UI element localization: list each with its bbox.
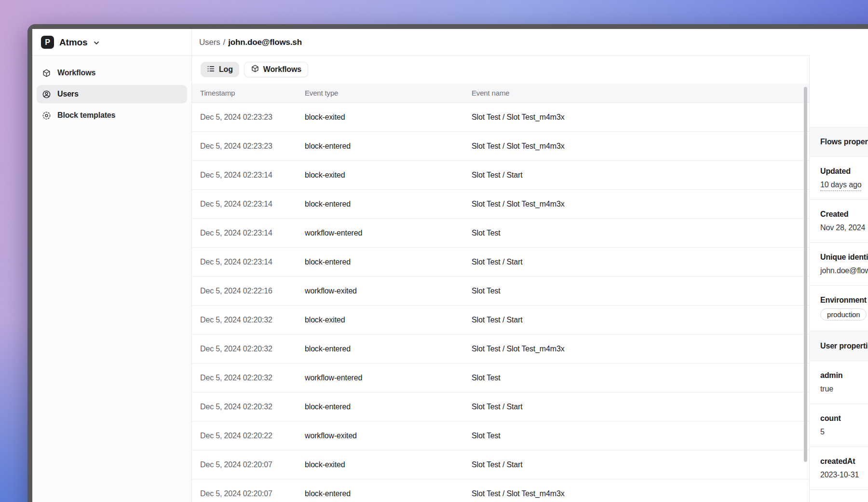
cube-icon	[251, 64, 259, 75]
workspace-logo-letter: P	[45, 38, 50, 47]
property-value: 2023-10-31	[820, 470, 868, 479]
timestamp-cell: Dec 5, 2024 02:23:14	[200, 258, 305, 266]
event-type-cell: workflow-exited	[305, 287, 472, 295]
property-updated: Updated 10 days ago	[810, 157, 868, 200]
timestamp-cell: Dec 5, 2024 02:20:32	[200, 316, 305, 324]
property-value: true	[820, 384, 868, 393]
property-admin: admin true	[810, 361, 868, 404]
event-type-cell: block-exited	[305, 171, 472, 180]
event-type-cell: block-exited	[305, 113, 472, 122]
property-label: Environment	[820, 295, 868, 305]
workspace-name: Atmos	[59, 37, 87, 48]
event-name-cell: Slot Test / Slot Test_m4m3x	[472, 113, 809, 122]
event-name-cell: Slot Test / Slot Test_m4m3x	[472, 489, 809, 498]
event-type-cell: block-exited	[305, 316, 472, 324]
property-label: count	[820, 414, 868, 423]
property-label: admin	[820, 371, 868, 380]
table-row[interactable]: Dec 5, 2024 02:20:32 workflow-entered Sl…	[192, 363, 809, 392]
table-row[interactable]: Dec 5, 2024 02:23:14 block-exited Slot T…	[192, 161, 809, 190]
event-type-cell: block-exited	[305, 460, 472, 469]
event-type-cell: block-entered	[305, 258, 472, 266]
timestamp-cell: Dec 5, 2024 02:23:23	[200, 142, 305, 151]
event-name-cell: Slot Test / Start	[472, 171, 809, 180]
sidebar-item-users[interactable]: Users	[37, 85, 187, 103]
table-row[interactable]: Dec 5, 2024 02:23:14 workflow-entered Sl…	[192, 219, 809, 248]
main-body: Log Workflows Timestamp	[192, 56, 868, 502]
property-count: count 5	[810, 404, 868, 447]
property-environment: Environment production	[810, 286, 868, 331]
sidebar-nav: Workflows Users Block templates	[32, 56, 191, 125]
table-row[interactable]: Dec 5, 2024 02:23:14 block-entered Slot …	[192, 248, 809, 277]
breadcrumb-current-user: john.doe@flows.sh	[228, 38, 302, 47]
table-row[interactable]: Dec 5, 2024 02:23:14 block-entered Slot …	[192, 190, 809, 219]
table-row[interactable]: Dec 5, 2024 02:22:16 workflow-exited Slo…	[192, 277, 809, 306]
table-row[interactable]: Dec 5, 2024 02:23:23 block-entered Slot …	[192, 132, 809, 161]
breadcrumb-users-link[interactable]: Users	[199, 38, 220, 47]
sidebar-item-label: Users	[57, 90, 79, 98]
table-row[interactable]: Dec 5, 2024 02:20:32 block-exited Slot T…	[192, 306, 809, 335]
list-icon	[207, 65, 215, 75]
event-type-cell: block-entered	[305, 489, 472, 498]
timestamp-cell: Dec 5, 2024 02:20:07	[200, 460, 305, 469]
timestamp-cell: Dec 5, 2024 02:23:14	[200, 229, 305, 237]
log-table: Timestamp Event type Event name Dec 5, 2…	[192, 84, 809, 502]
column-header-event-type: Event type	[305, 89, 472, 97]
table-scrollbar-thumb[interactable]	[804, 87, 807, 462]
timestamp-cell: Dec 5, 2024 02:20:22	[200, 432, 305, 440]
panel-spacer	[810, 56, 868, 127]
timestamp-cell: Dec 5, 2024 02:20:07	[200, 489, 305, 498]
event-name-cell: Slot Test / Start	[472, 258, 809, 266]
tab-log[interactable]: Log	[201, 62, 239, 77]
breadcrumb-separator: /	[223, 38, 226, 47]
app-window: P Atmos Workflows	[27, 24, 868, 502]
event-type-cell: workflow-entered	[305, 374, 472, 382]
event-name-cell: Slot Test / Start	[472, 460, 809, 469]
event-name-cell: Slot Test	[472, 374, 809, 382]
table-row[interactable]: Dec 5, 2024 02:20:32 block-entered Slot …	[192, 335, 809, 363]
environment-badge: production	[820, 308, 867, 321]
property-label: Unique identifier	[820, 252, 868, 262]
event-name-cell: Slot Test / Start	[472, 316, 809, 324]
table-row[interactable]: Dec 5, 2024 02:20:07 block-exited Slot T…	[192, 450, 809, 479]
sidebar-item-block-templates[interactable]: Block templates	[37, 106, 187, 125]
properties-panel: Flows properties Updated 10 days ago Cre…	[809, 56, 868, 502]
event-type-cell: workflow-exited	[305, 432, 472, 440]
event-type-cell: block-entered	[305, 345, 472, 353]
timestamp-cell: Dec 5, 2024 02:23:14	[200, 171, 305, 180]
timestamp-cell: Dec 5, 2024 02:23:14	[200, 200, 305, 209]
property-label: createdAt	[820, 457, 868, 466]
breadcrumb: Users / john.doe@flows.sh	[192, 29, 868, 56]
workspace-switcher[interactable]: P Atmos	[32, 29, 191, 56]
sidebar-item-workflows[interactable]: Workflows	[37, 64, 187, 82]
log-table-body: Dec 5, 2024 02:23:23 block-exited Slot T…	[192, 103, 809, 502]
timestamp-cell: Dec 5, 2024 02:20:32	[200, 374, 305, 382]
user-properties-header: User properties	[810, 331, 868, 361]
column-header-event-name: Event name	[472, 89, 809, 97]
flows-properties-header: Flows properties	[810, 127, 868, 157]
table-row[interactable]: Dec 5, 2024 02:20:07 block-entered Slot …	[192, 479, 809, 502]
table-row[interactable]: Dec 5, 2024 02:20:22 workflow-exited Slo…	[192, 421, 809, 450]
event-name-cell: Slot Test	[472, 287, 809, 295]
property-label: Updated	[820, 167, 868, 176]
timestamp-cell: Dec 5, 2024 02:23:23	[200, 113, 305, 122]
table-row[interactable]: Dec 5, 2024 02:20:32 block-entered Slot …	[192, 392, 809, 421]
event-type-cell: block-entered	[305, 142, 472, 151]
sidebar-item-label: Workflows	[57, 69, 95, 77]
log-table-header: Timestamp Event type Event name	[192, 84, 809, 103]
property-created: Created Nov 28, 2024	[810, 200, 868, 243]
sidebar-item-label: Block templates	[57, 111, 115, 120]
property-createdat: createdAt 2023-10-31	[810, 447, 868, 490]
table-row[interactable]: Dec 5, 2024 02:23:23 block-exited Slot T…	[192, 103, 809, 132]
event-name-cell: Slot Test	[472, 229, 809, 237]
event-type-cell: block-entered	[305, 403, 472, 411]
app-root: P Atmos Workflows	[32, 29, 868, 502]
tab-workflows[interactable]: Workflows	[244, 62, 308, 77]
column-header-timestamp: Timestamp	[200, 89, 305, 97]
property-label: Created	[820, 209, 868, 219]
event-name-cell: Slot Test / Slot Test_m4m3x	[472, 200, 809, 209]
workspace-logo: P	[41, 36, 54, 49]
event-name-cell: Slot Test / Slot Test_m4m3x	[472, 142, 809, 151]
chevron-down-icon	[93, 39, 100, 47]
screen: P Atmos Workflows	[0, 0, 868, 502]
view-tabs: Log Workflows	[201, 62, 809, 77]
